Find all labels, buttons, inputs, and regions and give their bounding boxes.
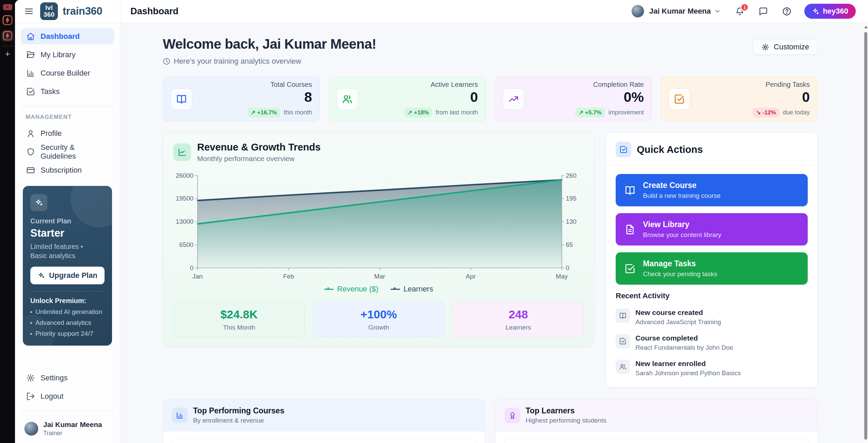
topbar: lvl 360 train360 Dashboard Jai Kumar Mee… — [15, 0, 868, 23]
welcome-section: Welcome back, Jai Kumar Meena! Here's yo… — [163, 36, 818, 66]
summary-value: +100% — [361, 308, 397, 321]
menu-icon[interactable] — [24, 6, 34, 16]
top-courses-title: Top Performing Courses — [193, 406, 284, 415]
stat-value: 8 — [304, 90, 312, 105]
create-course-button[interactable]: Create Course Build a new training cours… — [616, 174, 808, 206]
youtube-icon[interactable] — [3, 4, 12, 10]
stat-card-completion-rate: Completion Rate 0% ↗ +5.7% improvement — [495, 77, 652, 122]
current-plan-card: Current Plan Starter Limited features • … — [23, 186, 112, 346]
user-avatar — [24, 422, 38, 436]
user-avatar — [631, 5, 644, 18]
trend-change: -12% — [762, 109, 776, 116]
clock-icon — [163, 58, 170, 65]
svg-text:0: 0 — [566, 264, 569, 271]
customize-button[interactable]: Customize — [753, 39, 818, 55]
summary-value: $24.8K — [220, 308, 258, 321]
bullet-dot — [30, 333, 32, 335]
summary-this-month: $24.8K This Month — [173, 302, 305, 337]
action-title: View Library — [643, 220, 721, 229]
plan-feature: Advanced analytics — [30, 319, 105, 327]
lightning-app-icon[interactable] — [2, 15, 13, 25]
manage-tasks-button[interactable]: Manage Tasks Check your pending tasks — [616, 252, 808, 285]
trend-chart: 06500130001950026000065130195260JanFebMa… — [173, 170, 584, 282]
dock-add-button[interactable]: + — [5, 49, 10, 58]
svg-text:260: 260 — [566, 172, 577, 179]
top-learners-subtitle: Highest performing students — [526, 417, 607, 424]
stat-label: Total Courses — [270, 81, 312, 89]
check-square-icon — [26, 87, 35, 96]
plan-name: Starter — [30, 227, 105, 239]
bottom-row: Top Performing Courses By enrollment & r… — [163, 399, 818, 443]
activity-subtitle: Sarah Johnson joined Python Basics — [635, 369, 741, 377]
stat-caption: improvement — [609, 109, 644, 116]
sidebar-item-dashboard[interactable]: Dashboard — [21, 28, 114, 44]
action-subtitle: Check your pending tasks — [643, 270, 717, 278]
recent-activity-title: Recent Activity — [616, 291, 808, 300]
activity-item: New learner enrolled Sarah Johnson joine… — [616, 360, 808, 377]
action-title: Manage Tasks — [643, 259, 717, 268]
sidebar-item-settings[interactable]: Settings — [21, 370, 114, 386]
hey360-assistant-button[interactable]: hey360 — [804, 4, 856, 19]
plan-kicker: Current Plan — [30, 217, 105, 225]
top-courses-body: 1 React Fundamentals 89 students $4450 9… — [163, 431, 485, 443]
sidebar-item-security-guidelines[interactable]: Security & Guidelines — [21, 144, 114, 160]
scroll-up-arrow-icon[interactable] — [864, 26, 868, 28]
trend-badge: ↗ +5.7% — [575, 108, 605, 117]
messages-button[interactable] — [759, 7, 768, 16]
sidebar-divider — [21, 106, 113, 106]
legend-item-revenue[interactable]: Revenue ($) — [324, 285, 378, 294]
top-learners-header: Top Learners Highest performing students — [496, 399, 818, 431]
app-shell: Dashboard My Library Course Builder Task… — [15, 23, 868, 443]
trend-change: +5.7% — [585, 109, 602, 116]
sidebar-item-logout[interactable]: Logout — [21, 388, 114, 404]
play-icon — [6, 6, 9, 9]
svg-text:Jan: Jan — [192, 273, 203, 280]
lightning-app-active-icon[interactable] — [1, 30, 14, 42]
upgrade-plan-label: Upgrade Plan — [49, 271, 97, 280]
chart-legend: Revenue ($) Learners — [173, 285, 584, 294]
gear-icon — [26, 374, 35, 382]
line-chart-icon — [173, 143, 191, 161]
sidebar-item-label: Settings — [41, 374, 68, 382]
legend-item-learners[interactable]: Learners — [391, 285, 433, 294]
svg-text:130: 130 — [566, 218, 577, 225]
top-performing-courses-card: Top Performing Courses By enrollment & r… — [163, 399, 485, 443]
notification-badge: 1 — [741, 3, 748, 11]
stat-caption: from last month — [436, 109, 478, 116]
stat-label: Active Learners — [431, 81, 478, 89]
sidebar-item-subscription[interactable]: Subscription — [21, 162, 114, 178]
svg-text:13000: 13000 — [176, 218, 193, 225]
notifications-button[interactable]: 1 — [735, 7, 744, 16]
top-learners-title: Top Learners — [526, 406, 607, 415]
legend-marker-icon — [324, 287, 334, 291]
sparkles-icon — [30, 194, 47, 211]
plan-feature-label: Priority support 24/7 — [35, 330, 93, 337]
svg-text:26000: 26000 — [176, 172, 193, 179]
logo-line-1: lvl — [45, 4, 53, 11]
sidebar-user-profile[interactable]: Jai Kumar Meena Trainer — [21, 416, 114, 437]
trend-change: +18% — [414, 109, 429, 116]
sidebar-item-course-builder[interactable]: Course Builder — [21, 65, 114, 81]
trend-up-icon: ↗ — [579, 109, 583, 116]
top-learners-body: 1 Sarah Johnson 8 courses • 127h 94% Sco… — [496, 431, 818, 443]
sidebar-item-profile[interactable]: Profile — [21, 125, 114, 141]
summary-value: 248 — [509, 308, 528, 321]
trending-up-icon — [503, 88, 524, 110]
upgrade-plan-button[interactable]: Upgrade Plan — [30, 267, 105, 284]
view-library-button[interactable]: View Library Browse your content library — [616, 213, 808, 246]
users-icon — [616, 360, 630, 374]
book-open-icon — [625, 185, 635, 196]
hey360-label: hey360 — [823, 7, 848, 16]
trend-badge: ↘ -12% — [753, 108, 779, 117]
sidebar-item-my-library[interactable]: My Library — [21, 47, 114, 63]
sidebar-item-tasks[interactable]: Tasks — [21, 83, 114, 99]
trend-up-icon: ↗ — [408, 109, 412, 116]
user-menu[interactable]: Jai Kumar Meena — [631, 5, 721, 18]
check-square-icon — [625, 263, 635, 274]
top-courses-header: Top Performing Courses By enrollment & r… — [163, 399, 485, 431]
trend-badge: ↗ +16.7% — [247, 108, 280, 117]
help-button[interactable] — [782, 7, 791, 16]
scrollbar-thumb[interactable] — [864, 32, 867, 440]
summary-label: Learners — [506, 324, 531, 331]
bullet-dot — [30, 311, 32, 313]
